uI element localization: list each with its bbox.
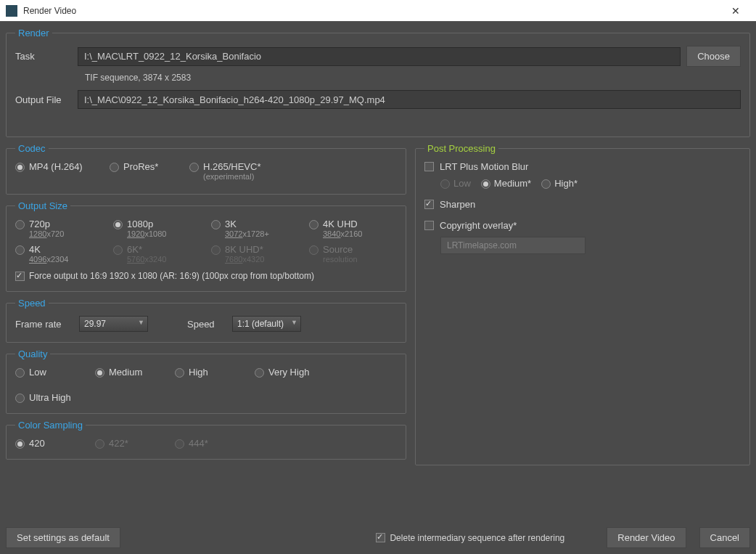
speed-select[interactable]: 1:1 (default) bbox=[232, 316, 301, 332]
size-720p[interactable]: 720p1280x720 bbox=[15, 219, 103, 238]
quality-ultrahigh[interactable]: Ultra High bbox=[15, 392, 81, 403]
radio-icon bbox=[175, 439, 184, 449]
speed-group: Speed Frame rate 29.97 Speed 1:1 (defaul… bbox=[6, 298, 406, 343]
radio-icon bbox=[15, 368, 25, 378]
force-169-check[interactable]: Force output to 16:9 1920 x 1080 (AR: 16… bbox=[15, 271, 397, 281]
radio-icon bbox=[113, 220, 123, 229]
framerate-label: Frame rate bbox=[15, 319, 70, 330]
render-video-button[interactable]: Render Video bbox=[607, 527, 686, 548]
quality-medium[interactable]: Medium bbox=[95, 367, 160, 378]
checkbox-icon bbox=[424, 200, 434, 209]
size-6k: 6K*5760x3240 bbox=[113, 244, 201, 264]
mb-low: Low bbox=[440, 178, 471, 189]
task-label: Task bbox=[15, 51, 78, 62]
post-processing-legend: Post Processing bbox=[424, 143, 498, 154]
checkbox-icon bbox=[376, 533, 385, 542]
radio-icon bbox=[440, 179, 450, 189]
copyright-input[interactable] bbox=[440, 237, 586, 254]
render-group: Render Task Choose TIF sequence, 3874 x … bbox=[6, 28, 750, 137]
codec-prores[interactable]: ProRes* bbox=[110, 161, 175, 172]
sharpen-check[interactable]: Sharpen bbox=[424, 199, 741, 210]
radio-icon bbox=[95, 439, 104, 449]
radio-icon bbox=[309, 220, 319, 229]
motion-blur-check[interactable]: LRT Plus Motion Blur bbox=[424, 161, 741, 172]
post-processing-group: Post Processing LRT Plus Motion Blur Low… bbox=[415, 143, 750, 465]
task-subtext: TIF sequence, 3874 x 2583 bbox=[85, 73, 741, 83]
speed-legend: Speed bbox=[15, 298, 49, 309]
checkbox-icon bbox=[424, 162, 434, 171]
radio-icon bbox=[15, 245, 25, 255]
mb-high[interactable]: High* bbox=[541, 178, 578, 189]
mb-medium[interactable]: Medium* bbox=[481, 178, 531, 189]
size-8kuhd: 8K UHD*7680x4320 bbox=[211, 244, 299, 264]
cs-444: 444* bbox=[175, 438, 240, 449]
size-4k[interactable]: 4K4096x2304 bbox=[15, 244, 103, 264]
radio-icon bbox=[175, 368, 184, 378]
size-4kuhd[interactable]: 4K UHD3840x2160 bbox=[309, 219, 397, 238]
output-size-legend: Output Size bbox=[15, 200, 70, 211]
cs-420[interactable]: 420 bbox=[15, 438, 81, 449]
radio-icon bbox=[110, 163, 119, 172]
codec-mp4[interactable]: MP4 (H.264) bbox=[15, 161, 95, 172]
codec-hevc[interactable]: H.265/HEVC*(experimental) bbox=[189, 161, 260, 181]
radio-icon bbox=[481, 179, 490, 189]
cancel-button[interactable]: Cancel bbox=[699, 527, 750, 548]
output-size-group: Output Size 720p1280x720 1080p1920x1080 … bbox=[6, 200, 406, 292]
color-sampling-group: Color Sampling 420 422* 444* bbox=[6, 420, 406, 460]
quality-group: Quality Low Medium High Very High Ultra … bbox=[6, 349, 406, 414]
radio-icon bbox=[211, 220, 221, 229]
speed-label: Speed bbox=[187, 319, 223, 330]
radio-icon bbox=[211, 245, 221, 255]
output-label: Output File bbox=[15, 94, 78, 105]
window-title: Render Video bbox=[23, 6, 721, 16]
app-icon bbox=[6, 5, 17, 17]
quality-legend: Quality bbox=[15, 349, 50, 359]
choose-button[interactable]: Choose bbox=[686, 46, 741, 67]
color-sampling-legend: Color Sampling bbox=[15, 420, 86, 431]
size-source: Sourceresolution bbox=[309, 244, 397, 264]
radio-icon bbox=[541, 179, 551, 189]
codec-legend: Codec bbox=[15, 143, 49, 154]
size-3k[interactable]: 3K3072x1728+ bbox=[211, 219, 299, 238]
radio-icon bbox=[255, 368, 264, 378]
task-input[interactable] bbox=[78, 47, 681, 66]
radio-icon bbox=[189, 163, 199, 172]
radio-icon bbox=[309, 245, 319, 255]
quality-veryhigh[interactable]: Very High bbox=[255, 367, 320, 378]
checkbox-icon bbox=[424, 221, 434, 230]
framerate-select[interactable]: 29.97 bbox=[79, 316, 148, 332]
quality-low[interactable]: Low bbox=[15, 367, 81, 378]
quality-high[interactable]: High bbox=[175, 367, 240, 378]
checkbox-icon bbox=[15, 272, 25, 281]
codec-group: Codec MP4 (H.264) ProRes* H.265/HEVC*(ex… bbox=[6, 143, 406, 195]
radio-icon bbox=[15, 163, 25, 172]
radio-icon bbox=[15, 220, 25, 229]
size-1080p[interactable]: 1080p1920x1080 bbox=[113, 219, 201, 238]
radio-icon bbox=[15, 439, 25, 449]
render-legend: Render bbox=[15, 28, 52, 38]
copyright-check[interactable]: Copyright overlay* bbox=[424, 220, 741, 231]
close-icon[interactable]: ✕ bbox=[721, 5, 750, 17]
radio-icon bbox=[95, 368, 104, 378]
output-input[interactable] bbox=[78, 90, 741, 109]
delete-intermediary-check[interactable]: Delete intermediary sequence after rende… bbox=[376, 533, 564, 543]
set-default-button[interactable]: Set settings as default bbox=[6, 527, 120, 548]
radio-icon bbox=[15, 394, 25, 403]
radio-icon bbox=[113, 245, 123, 255]
cs-422: 422* bbox=[95, 438, 160, 449]
titlebar: Render Video ✕ bbox=[0, 0, 756, 22]
